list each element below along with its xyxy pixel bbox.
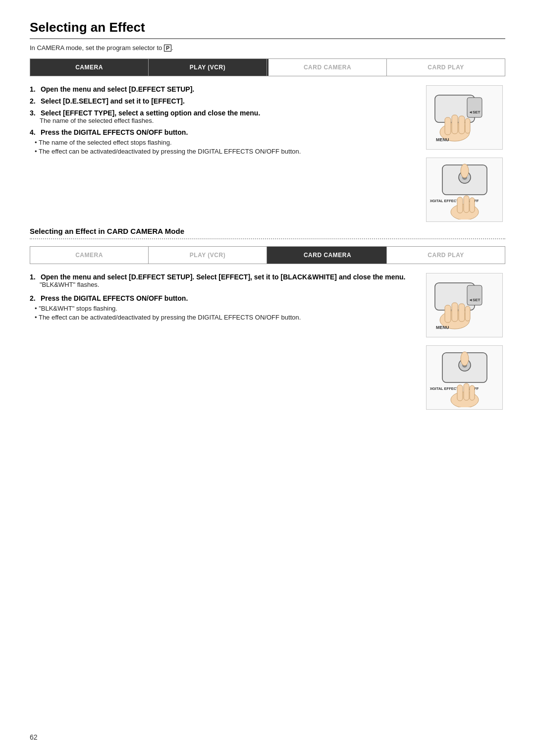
svg-rect-18 [470, 198, 475, 213]
svg-rect-24 [452, 303, 458, 322]
digital-effects-illustration-1: DIGITAL EFFECTS ON/OFF [426, 158, 503, 222]
tab-camera-1[interactable]: CAMERA [30, 59, 149, 76]
note-text-1: The name of the selected effect flashes. [40, 117, 416, 124]
svg-text:◄SET: ◄SET [469, 298, 481, 302]
sub-list-item: The name of the selected effect stops fl… [35, 139, 416, 146]
sub-list-item: The effect can be activated/deactivated … [35, 148, 416, 155]
list-item: 4. Press the DIGITAL EFFECTS ON/OFF butt… [30, 128, 416, 155]
svg-rect-17 [464, 196, 469, 213]
menu-illustration-1: ◄SET MENU [426, 85, 503, 150]
svg-rect-36 [464, 383, 469, 400]
svg-text:DIGITAL EFFECTS: DIGITAL EFFECTS [430, 199, 461, 203]
svg-text:MENU: MENU [436, 137, 449, 142]
svg-rect-25 [459, 304, 465, 322]
svg-rect-4 [445, 117, 451, 135]
menu-illustration-2: ◄SET MENU [426, 273, 503, 337]
list-item: 2. Press the DIGITAL EFFECTS ON/OFF butt… [30, 294, 416, 321]
section-2: 1. Open the menu and select [D.EFFECT SE… [30, 273, 505, 410]
sub-list-item: The effect can be activated/deactivated … [35, 314, 416, 321]
svg-text:◄SET: ◄SET [469, 110, 481, 114]
section-2-text: 1. Open the menu and select [D.EFFECT SE… [30, 273, 416, 410]
mode-bar-1: CAMERA PLAY (VCR) CARD CAMERA CARD PLAY [30, 58, 505, 76]
sub-list-1: The name of the selected effect stops fl… [35, 139, 416, 155]
svg-point-14 [461, 164, 469, 178]
list-item: 1. Open the menu and select [D.EFFECT SE… [30, 85, 416, 93]
svg-rect-5 [452, 115, 458, 134]
svg-rect-35 [457, 385, 463, 401]
list-item: 3. Select [EFFECT TYPE], select a settin… [30, 109, 416, 124]
section-divider [30, 238, 505, 239]
instruction-list-2: 1. Open the menu and select [D.EFFECT SE… [30, 273, 416, 321]
svg-rect-7 [465, 118, 470, 133]
instruction-list-1: 1. Open the menu and select [D.EFFECT SE… [30, 85, 416, 155]
digital-effects-illustration-2: DIGITAL EFFECTS ON/OFF [426, 345, 503, 410]
svg-text:MENU: MENU [436, 325, 449, 330]
svg-text:DIGITAL EFFECTS: DIGITAL EFFECTS [430, 386, 461, 391]
svg-rect-37 [470, 385, 475, 400]
sub-list-item: "BLK&WHT" stops flashing. [35, 305, 416, 312]
sub-list-2: "BLK&WHT" stops flashing. The effect can… [35, 305, 416, 321]
section-1-text: 1. Open the menu and select [D.EFFECT SE… [30, 85, 416, 222]
svg-rect-6 [459, 116, 465, 134]
subsection-title: Selecting an Effect in CARD CAMERA Mode [30, 227, 505, 235]
section-1-images: ◄SET MENU DIGITAL EFFECTS ON/OFF [426, 85, 505, 222]
svg-rect-20 [467, 285, 482, 305]
list-item: 2. Select [D.E.SELECT] and set it to [EF… [30, 97, 416, 105]
list-item: 1. Open the menu and select [D.EFFECT SE… [30, 273, 416, 288]
tab-play-vcr-2[interactable]: PLAY (VCR) [149, 247, 267, 264]
section-2-images: ◄SET MENU DIGITAL EFFECTS ON/OFF [426, 273, 505, 410]
page-title: Selecting an Effect [30, 20, 505, 39]
tab-play-vcr-1[interactable]: PLAY (VCR) [149, 59, 267, 76]
program-symbol: P [164, 45, 171, 52]
svg-point-33 [461, 352, 469, 366]
svg-rect-16 [457, 197, 463, 213]
svg-rect-23 [445, 305, 451, 323]
tab-camera-2[interactable]: CAMERA [30, 247, 149, 264]
svg-rect-26 [465, 306, 470, 321]
tab-card-play-2[interactable]: CARD PLAY [387, 247, 505, 264]
tab-card-play-1[interactable]: CARD PLAY [387, 59, 505, 76]
page-number: 62 [30, 733, 38, 741]
section-1: 1. Open the menu and select [D.EFFECT SE… [30, 85, 505, 222]
note-text-2: "BLK&WHT" flashes. [40, 281, 416, 288]
intro-text: In CAMERA mode, set the program selector… [30, 44, 505, 52]
tab-card-camera-2[interactable]: CARD CAMERA [268, 247, 387, 264]
tab-card-camera-1[interactable]: CARD CAMERA [268, 59, 387, 76]
mode-bar-2: CAMERA PLAY (VCR) CARD CAMERA CARD PLAY [30, 246, 505, 264]
svg-rect-1 [467, 98, 482, 117]
